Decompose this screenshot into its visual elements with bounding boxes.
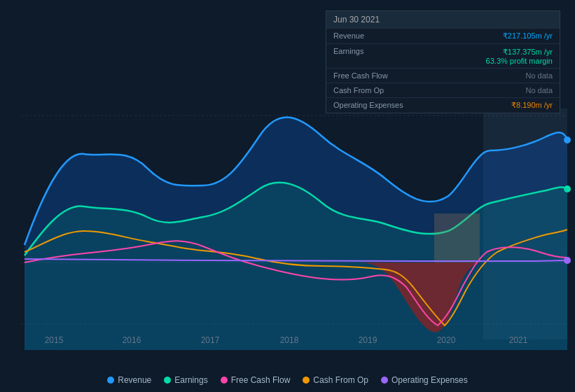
legend-item-fcf[interactable]: Free Cash Flow (221, 375, 291, 385)
legend-label-revenue: Revenue (118, 375, 151, 385)
svg-text:2015: 2015 (45, 335, 64, 345)
tooltip-cashfromop-value: No data (525, 86, 553, 94)
tooltip-cashfromop-label: Cash From Op (333, 86, 384, 94)
tooltip-earnings-label: Earnings (333, 47, 363, 55)
tooltip-revenue-value: ₹217.105m /yr (503, 31, 553, 41)
legend-label-earnings: Earnings (174, 375, 207, 385)
legend-label-cashfromop: Cash From Op (313, 375, 368, 385)
tooltip-revenue-label: Revenue (333, 31, 364, 40)
tooltip-fcf-label: Free Cash Flow (333, 71, 388, 80)
svg-point-8 (564, 257, 571, 264)
legend-item-earnings[interactable]: Earnings (164, 375, 207, 385)
svg-text:2016: 2016 (123, 335, 141, 345)
tooltip-earnings-value: ₹137.375m /yr (503, 48, 553, 56)
tooltip-opex-label: Operating Expenses (333, 101, 403, 109)
svg-text:2017: 2017 (201, 335, 220, 345)
legend-label-fcf: Free Cash Flow (231, 375, 291, 385)
tooltip-fcf-row: Free Cash Flow No data (326, 68, 560, 83)
legend-dot-cashfromop (303, 377, 310, 384)
legend-item-opex[interactable]: Operating Expenses (381, 375, 468, 385)
svg-text:2020: 2020 (437, 335, 456, 345)
svg-text:2021: 2021 (509, 335, 528, 345)
svg-text:2018: 2018 (280, 335, 299, 345)
legend-dot-revenue (107, 377, 114, 384)
main-container: Jun 30 2021 Revenue ₹217.105m /yr Earnin… (0, 0, 575, 392)
legend-item-cashfromop[interactable]: Cash From Op (303, 375, 368, 385)
svg-point-5 (564, 136, 571, 144)
tooltip-revenue-row: Revenue ₹217.105m /yr (326, 28, 560, 43)
tooltip-fcf-value: No data (525, 71, 553, 80)
legend-label-opex: Operating Expenses (392, 375, 468, 385)
svg-text:2019: 2019 (359, 335, 377, 345)
legend-dot-fcf (221, 377, 228, 384)
tooltip-opex-row: Operating Expenses ₹8.190m /yr (326, 97, 560, 113)
tooltip-date: Jun 30 2021 (326, 11, 560, 28)
tooltip-cashfromop-row: Cash From Op No data (326, 83, 560, 97)
tooltip-opex-value: ₹8.190m /yr (511, 101, 553, 110)
legend-item-revenue[interactable]: Revenue (107, 375, 151, 385)
tooltip-profit-margin: 63.3% profit margin (486, 57, 553, 65)
tooltip-earnings-row: Earnings ₹137.375m /yr 63.3% profit marg… (326, 43, 560, 68)
legend: Revenue Earnings Free Cash Flow Cash Fro… (0, 375, 575, 385)
legend-dot-opex (381, 377, 388, 384)
legend-dot-earnings (164, 377, 171, 384)
svg-rect-7 (434, 214, 480, 262)
tooltip-box: Jun 30 2021 Revenue ₹217.105m /yr Earnin… (326, 10, 560, 113)
